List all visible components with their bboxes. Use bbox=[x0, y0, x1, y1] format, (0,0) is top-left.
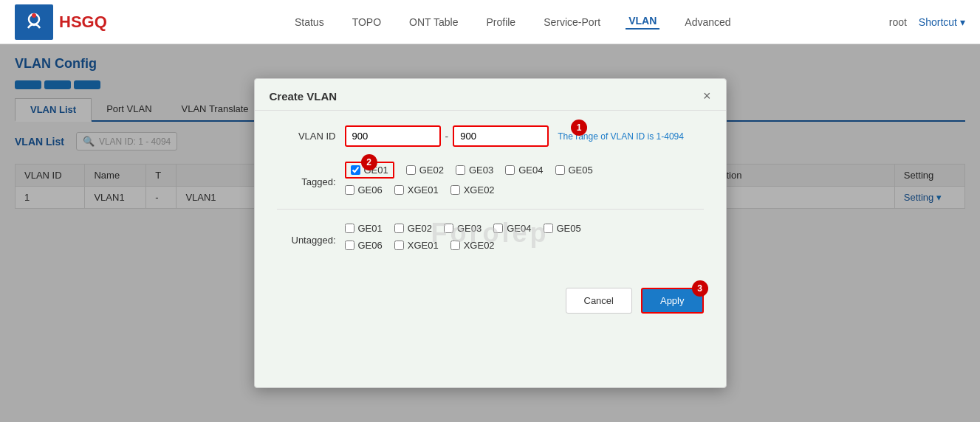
create-vlan-dialog: Forolep Create VLAN × VLAN ID - 1 The r bbox=[254, 78, 727, 388]
nav-topo[interactable]: TOPO bbox=[349, 16, 384, 28]
vlan-id-label: VLAN ID bbox=[277, 131, 336, 142]
nav-shortcut[interactable]: Shortcut ▾ bbox=[919, 16, 965, 28]
tagged-ge04-checkbox[interactable] bbox=[505, 165, 515, 175]
vlan-id-to-input[interactable] bbox=[453, 125, 549, 147]
untagged-ge01-checkbox[interactable] bbox=[345, 224, 354, 233]
tagged-xge01-label: XGE01 bbox=[408, 184, 439, 196]
untagged-label: Untagged: bbox=[277, 235, 336, 246]
untagged-ge03-label: GE03 bbox=[457, 223, 482, 234]
vlan-id-from-input[interactable] bbox=[345, 125, 441, 147]
step-badge-3: 3 bbox=[692, 280, 708, 297]
nav-advanced[interactable]: Advanced bbox=[682, 16, 733, 28]
tagged-ge06-checkbox[interactable] bbox=[345, 185, 354, 195]
untagged-ge03-checkbox[interactable] bbox=[444, 224, 453, 233]
untagged-xge01-item[interactable]: XGE01 bbox=[394, 240, 439, 251]
cancel-button[interactable]: Cancel bbox=[566, 288, 632, 314]
untagged-xge02-label: XGE02 bbox=[464, 240, 495, 251]
dialog-footer: Cancel 3 Apply bbox=[255, 277, 726, 324]
untagged-section: Untagged: GE01 GE02 bbox=[277, 223, 704, 257]
tagged-ports-row1: GE01 GE02 GE03 bbox=[345, 162, 593, 179]
untagged-ge06-checkbox[interactable] bbox=[345, 241, 354, 250]
svg-point-1 bbox=[32, 13, 36, 18]
tagged-ge03-label: GE03 bbox=[469, 165, 493, 176]
untagged-ge06-label: GE06 bbox=[358, 240, 383, 251]
vlan-id-inputs: - 1 bbox=[345, 125, 549, 147]
logo-icon bbox=[15, 4, 53, 40]
untagged-xge01-label: XGE01 bbox=[408, 240, 439, 251]
untagged-ge02-item[interactable]: GE02 bbox=[394, 223, 432, 234]
untagged-ge05-checkbox[interactable] bbox=[544, 224, 553, 233]
untagged-ge05-item[interactable]: GE05 bbox=[544, 223, 581, 234]
header: HSGQ Status TOPO ONT Table Profile Servi… bbox=[0, 0, 980, 44]
tagged-xge02-item[interactable]: XGE02 bbox=[450, 184, 495, 196]
nav-items: Status TOPO ONT Table Profile Service-Po… bbox=[137, 15, 889, 30]
tagged-ge03-checkbox[interactable] bbox=[456, 165, 465, 175]
untagged-ge02-label: GE02 bbox=[408, 223, 432, 234]
brand-name: HSGQ bbox=[59, 13, 107, 32]
nav-root[interactable]: root bbox=[889, 16, 907, 28]
untagged-ge04-item[interactable]: GE04 bbox=[493, 223, 531, 234]
tagged-ge01-checkbox[interactable] bbox=[351, 165, 360, 175]
tagged-ge02-item[interactable]: GE02 bbox=[406, 165, 444, 176]
untagged-ge05-label: GE05 bbox=[557, 223, 581, 234]
vlan-id-row: VLAN ID - 1 The range of VLAN ID is 1-40… bbox=[277, 125, 704, 147]
tagged-xge02-label: XGE02 bbox=[464, 184, 495, 196]
tagged-section: Tagged: 2 GE01 GE02 bbox=[277, 162, 704, 201]
nav-status[interactable]: Status bbox=[292, 16, 327, 28]
modal-overlay: Forolep Create VLAN × VLAN ID - 1 The r bbox=[0, 44, 980, 422]
tagged-ge04-label: GE04 bbox=[518, 165, 543, 176]
nav-service-port[interactable]: Service-Port bbox=[541, 16, 603, 28]
nav-profile[interactable]: Profile bbox=[483, 16, 518, 28]
tagged-ge05-checkbox[interactable] bbox=[555, 165, 565, 175]
untagged-ports-row1: GE01 GE02 GE03 bbox=[345, 223, 581, 234]
tagged-ge06-item[interactable]: GE06 bbox=[345, 184, 383, 196]
untagged-ge04-checkbox[interactable] bbox=[493, 224, 503, 233]
untagged-ge02-checkbox[interactable] bbox=[394, 224, 404, 233]
tagged-xge01-checkbox[interactable] bbox=[394, 185, 404, 195]
untagged-ge06-item[interactable]: GE06 bbox=[345, 240, 383, 251]
dialog-title: Create VLAN bbox=[270, 90, 337, 103]
tagged-ge06-label: GE06 bbox=[358, 184, 383, 196]
tagged-ports-row2: GE06 XGE01 XGE02 bbox=[345, 184, 593, 196]
untagged-ge01-label: GE01 bbox=[358, 223, 383, 234]
tagged-ge03-item[interactable]: GE03 bbox=[456, 165, 493, 176]
nav-right: root Shortcut ▾ bbox=[889, 16, 965, 28]
step-badge-2: 2 bbox=[361, 154, 377, 170]
chevron-down-icon: ▾ bbox=[960, 16, 965, 28]
dialog-body: VLAN ID - 1 The range of VLAN ID is 1-40… bbox=[255, 111, 726, 277]
dialog-header: Create VLAN × bbox=[255, 79, 726, 111]
tagged-label: Tagged: bbox=[277, 176, 336, 187]
close-button[interactable]: × bbox=[703, 89, 711, 103]
nav-vlan[interactable]: VLAN bbox=[626, 15, 659, 30]
logo-area: HSGQ bbox=[15, 4, 107, 40]
tagged-xge01-item[interactable]: XGE01 bbox=[394, 184, 439, 196]
untagged-xge02-item[interactable]: XGE02 bbox=[450, 240, 495, 251]
tagged-ge02-label: GE02 bbox=[419, 165, 444, 176]
tagged-ge05-item[interactable]: GE05 bbox=[555, 165, 593, 176]
page-content: VLAN Config VLAN List Port VLAN VLAN Tra… bbox=[0, 44, 980, 422]
section-divider bbox=[277, 209, 704, 210]
dash-separator: - bbox=[445, 131, 449, 142]
untagged-ge04-label: GE04 bbox=[507, 223, 531, 234]
tagged-ge02-checkbox[interactable] bbox=[406, 165, 416, 175]
untagged-xge01-checkbox[interactable] bbox=[394, 241, 404, 250]
untagged-ports-row2: GE06 XGE01 XGE02 bbox=[345, 240, 581, 251]
tagged-xge02-checkbox[interactable] bbox=[450, 185, 460, 195]
step-badge-1: 1 bbox=[571, 120, 587, 136]
untagged-ge03-item[interactable]: GE03 bbox=[444, 223, 482, 234]
nav-ont-table[interactable]: ONT Table bbox=[406, 16, 461, 28]
untagged-xge02-checkbox[interactable] bbox=[450, 241, 460, 250]
tagged-ge05-label: GE05 bbox=[569, 165, 593, 176]
tagged-ge04-item[interactable]: GE04 bbox=[505, 165, 543, 176]
untagged-ge01-item[interactable]: GE01 bbox=[345, 223, 383, 234]
